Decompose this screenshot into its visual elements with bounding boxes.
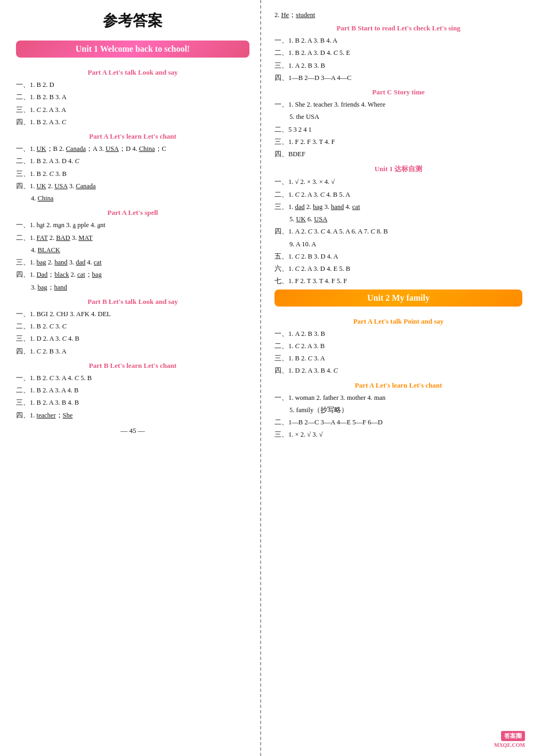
unit1-test-answers: 一、1. √ 2. × 3. × 4. √ 二、1. C 2. A 3. C 4… — [274, 176, 522, 287]
right-column: 2. He；student Part B Start to read Let's… — [261, 0, 533, 756]
answer-row: 9. A 10. A — [274, 239, 522, 250]
answer-row: 一、1. √ 2. × 3. × 4. √ — [274, 176, 522, 188]
answer-row: 一、1. woman 2. father 3. mother 4. man — [274, 392, 522, 404]
partA-talk-title: Part A Let's talk Look and say — [16, 68, 249, 77]
answer-row: 四、1. teacher；She — [16, 410, 249, 421]
answer-row: 四、1. C 2. B 3. A — [16, 346, 249, 357]
answer-row: 二、1. B 2. B 3. A — [16, 92, 249, 103]
answer-row: 4. BLACK — [16, 245, 249, 256]
partC-story-answers: 一、1. She 2. teacher 3. friends 4. Where … — [274, 99, 522, 160]
answer-row: 二、1. C 2. A 3. B — [274, 341, 522, 352]
row-prefix: 二、1. B 2. B 3. A — [16, 92, 67, 103]
answer-row: 一、1. B 2. C 3. A 4. C 5. B — [16, 373, 249, 384]
answer-row: 七、1. F 2. T 3. T 4. F 5. F — [274, 276, 522, 287]
partB-full-title: Part B Start to read Let's check Let's s… — [274, 24, 522, 33]
answer-row: 二、1. B 2. A 3. D 4. C 5. E — [274, 47, 522, 59]
partB-talk-answers: 一、1. BGI 2. CHJ 3. AFK 4. DEL 二、1. B 2. … — [16, 309, 249, 357]
main-title: 参考答案 — [16, 11, 249, 31]
partA-learn-title: Part A Let's learn Let's chant — [16, 132, 249, 141]
answer-row: 3. bag；hand — [16, 282, 249, 293]
answer-row: 二、1. FAT 2. BAD 3. MAT — [16, 232, 249, 244]
answer-row: 四、1. Dad；black 2. cat；bag — [16, 269, 249, 280]
answer-row: 三、1. F 2. F 3. T 4. F — [274, 136, 522, 148]
partA2-talk-title: Part A Let's talk Point and say — [274, 317, 522, 326]
partA-learn-answers: 一、1. UK；B 2. Canada；A 3. USA；D 4. China；… — [16, 143, 249, 204]
partB-learn-answers: 一、1. B 2. C 3. A 4. C 5. B 二、1. B 2. A 3… — [16, 373, 249, 421]
answer-row: 5. family（抄写略） — [274, 405, 522, 416]
answer-row: 五、1. C 2. B 3. D 4. A — [274, 251, 522, 262]
watermark-area: 答案圈 MXQE.COM — [494, 731, 525, 748]
left-column: 参考答案 Unit 1 Welcome back to school! Part… — [0, 0, 261, 756]
answer-row: 一、1. She 2. teacher 3. friends 4. Where — [274, 99, 522, 110]
answer-row: 四、1. A 2. C 3. C 4. A 5. A 6. A 7. C 8. … — [274, 226, 522, 237]
partB-learn-title: Part B Let's learn Let's chant — [16, 361, 249, 370]
answer-row: 一、1. B 2. A 3. B 4. A — [274, 35, 522, 46]
partA2-learn-answers: 一、1. woman 2. father 3. mother 4. man 5.… — [274, 392, 522, 441]
answer-row: 二、1. B 2. A 3. D 4. C — [16, 156, 249, 167]
answer-row: 二、1. B 2. C 3. C — [16, 321, 249, 332]
answer-row: 三、1. A 2. B 3. B — [274, 60, 522, 71]
answer-row: 一、1. B 2. D — [16, 79, 249, 91]
partA2-talk-answers: 一、1. A 2. B 3. B 二、1. C 2. A 3. B 三、1. B… — [274, 328, 522, 377]
answer-row: 4. China — [16, 193, 249, 204]
top-answer: 2. He；student — [274, 11, 522, 20]
answer-row: 三、1. dad 2. bag 3. hand 4. cat — [274, 202, 522, 213]
row-prefix: 四、1. B 2. A 3. C — [16, 117, 66, 128]
answer-row: 二、1—B 2—C 3—A 4—E 5—F 6—D — [274, 417, 522, 428]
answer-row: 四、1. D 2. A 3. B 4. C — [274, 365, 522, 376]
watermark-badge: 答案圈 — [501, 731, 525, 741]
unit1-banner: Unit 1 Welcome back to school! — [16, 41, 249, 58]
answer-row: 三、1. × 2. √ 3. √ — [274, 429, 522, 440]
answer-row: 一、1. A 2. B 3. B — [274, 328, 522, 340]
answer-row: 三、1. B 2. C 3. A — [274, 353, 522, 364]
answer-row: 5. the USA — [274, 111, 522, 123]
answer-row: 二、1. C 2. A 3. C 4. B 5. A — [274, 189, 522, 200]
partA-spell-title: Part A Let's spell — [16, 208, 249, 217]
answer-row: 四、1. UK 2. USA 3. Canada — [16, 181, 249, 192]
watermark-url: MXQE.COM — [494, 742, 525, 748]
unit1-test-title: Unit 1 达标自测 — [274, 164, 522, 174]
answer-row: 5. UK 6. USA — [274, 214, 522, 225]
answer-row: 六、1. C 2. A 3. D 4. E 5. B — [274, 263, 522, 275]
answer-row: 一、1. hat 2. man 3. a pple 4. ant — [16, 220, 249, 231]
partA-spell-answers: 一、1. hat 2. man 3. a pple 4. ant 二、1. FA… — [16, 220, 249, 293]
answer-row: 三、1. bag 2. hand 3. dad 4. cat — [16, 257, 249, 268]
row-prefix: 一、1. B 2. D — [16, 79, 54, 91]
partA-talk-answers: 一、1. B 2. D 二、1. B 2. B 3. A 三、1. C 2. A… — [16, 79, 249, 128]
partB-full-answers: 一、1. B 2. A 3. B 4. A 二、1. B 2. A 3. D 4… — [274, 35, 522, 84]
answer-row: 一、1. UK；B 2. Canada；A 3. USA；D 4. China；… — [16, 143, 249, 155]
partC-story-title: Part C Story time — [274, 88, 522, 96]
answer-row: 三、1. B 2. A 3. B 4. B — [16, 397, 249, 408]
answer-row: 四、1. B 2. A 3. C — [16, 117, 249, 128]
answer-row: 四、BDEF — [274, 149, 522, 160]
answer-row: 三、1. C 2. A 3. A — [16, 104, 249, 116]
row-prefix: 三、1. C 2. A 3. A — [16, 104, 66, 116]
partB-talk-title: Part B Let's talk Look and say — [16, 297, 249, 306]
answer-row: 三、1. B 2. C 3. B — [16, 168, 249, 180]
page-number: — 45 — — [16, 427, 249, 435]
answer-row: 四、1—B 2—D 3—A 4—C — [274, 73, 522, 84]
partA2-learn-title: Part A Let's learn Let's chant — [274, 381, 522, 390]
answer-row: 二、1. B 2. A 3. A 4. B — [16, 385, 249, 396]
unit2-banner: Unit 2 My family — [274, 289, 522, 307]
answer-row: 三、1. D 2. A 3. C 4. B — [16, 333, 249, 344]
answer-row: 一、1. BGI 2. CHJ 3. AFK 4. DEL — [16, 309, 249, 320]
answer-row: 二、5 3 2 4 1 — [274, 124, 522, 135]
